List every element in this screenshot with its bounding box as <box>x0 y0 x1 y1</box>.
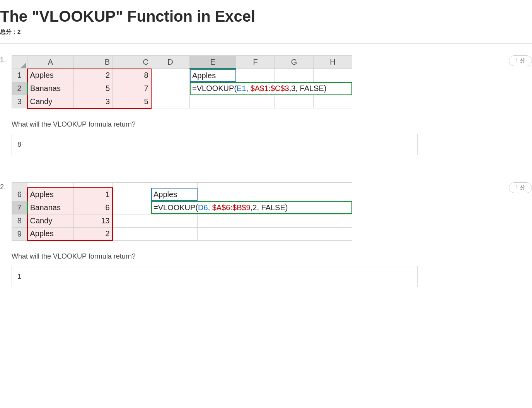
cell-B3: 3 <box>74 95 113 108</box>
cell-D3 <box>151 95 190 108</box>
cell-C3: 5 <box>113 95 151 108</box>
cell-E8 <box>198 214 352 227</box>
col-header-G: G <box>275 56 314 69</box>
cell-F1 <box>236 69 275 82</box>
cell-F3 <box>236 95 275 108</box>
page-title: The "VLOOKUP" Function in Excel <box>0 0 532 28</box>
col-header-B: B <box>74 56 113 69</box>
cell-D9 <box>151 227 198 240</box>
formula-arg3: 3 <box>291 84 295 93</box>
points-badge: 1 分 <box>509 182 532 193</box>
question-2: 2. 6 Apples 1 Apples 7 Bananas <box>0 182 532 288</box>
cell-H3 <box>314 95 352 108</box>
total-score: 总分：2 <box>0 28 532 36</box>
formula-arg2: $A$6:$B$9 <box>212 203 251 212</box>
points-badge: 1 分 <box>509 55 532 66</box>
cell-B6: 1 <box>74 188 113 201</box>
cell-stub <box>113 182 151 188</box>
formula-sep: , <box>208 203 212 212</box>
cell-B9: 2 <box>74 227 113 240</box>
cell-A7: Bananas <box>27 201 74 214</box>
question-number: 1. <box>0 55 12 64</box>
divider <box>0 43 532 44</box>
formula-arg1: E1 <box>237 84 246 93</box>
row-header-6: 6 <box>12 188 27 201</box>
col-header-E: E <box>190 56 236 69</box>
cell-C8 <box>113 214 151 227</box>
cell-E6 <box>198 188 352 201</box>
row-header-stub <box>12 182 27 188</box>
cell-D8 <box>151 214 198 227</box>
formula-arg1: D6 <box>198 203 208 212</box>
formula-text: =VLOOKUP( <box>153 203 198 212</box>
cell-C2: 7 <box>113 82 151 95</box>
cell-C7 <box>113 201 151 214</box>
cell-C9 <box>113 227 151 240</box>
cell-G3 <box>275 95 314 108</box>
formula-tail: , FALSE) <box>257 203 288 212</box>
answer-input-2[interactable] <box>12 266 418 287</box>
formula-arg3: 2 <box>252 203 257 212</box>
question-prompt: What will the VLOOKUP formula return? <box>12 120 501 129</box>
col-header-F: F <box>236 56 275 69</box>
cell-A9: Apples <box>27 227 74 240</box>
spreadsheet-1: A B C D E F G H 1 Apples 2 8 Apples <box>12 55 352 109</box>
cell-G1 <box>275 69 314 82</box>
cell-E9 <box>198 227 352 240</box>
spreadsheet-2: 6 Apples 1 Apples 7 Bananas 6 =VLOOKUP(D… <box>12 182 352 241</box>
cell-D7-formula: =VLOOKUP(D6, $A$6:$B$9,2, FALSE) <box>151 201 352 214</box>
formula-text: =VLOOKUP( <box>192 84 237 93</box>
cell-B2: 5 <box>74 82 113 95</box>
cell-stub <box>74 182 113 188</box>
cell-D1 <box>151 69 190 82</box>
cell-C1: 8 <box>113 69 151 82</box>
cell-A1: Apples <box>27 69 74 82</box>
answer-input-1[interactable] <box>12 134 418 155</box>
formula-tail: , FALSE) <box>295 84 326 93</box>
cell-D6: Apples <box>151 188 198 201</box>
col-header-D: D <box>151 56 190 69</box>
row-header-2: 2 <box>12 82 27 95</box>
cell-A8: Candy <box>27 214 74 227</box>
cell-E2-formula: =VLOOKUP(E1, $A$1:$C$3,3, FALSE) <box>190 82 352 95</box>
cell-E1: Apples <box>190 69 236 82</box>
formula-sep: , <box>246 84 251 93</box>
question-1: 1. A B C D E F G H 1 Apples 2 8 Apples <box>0 55 532 155</box>
question-prompt: What will the VLOOKUP formula return? <box>12 252 501 261</box>
cell-stub <box>198 182 352 188</box>
cell-B8: 13 <box>74 214 113 227</box>
cell-B1: 2 <box>74 69 113 82</box>
cell-stub <box>27 182 74 188</box>
cell-stub <box>151 182 198 188</box>
cell-H1 <box>314 69 352 82</box>
question-number: 2. <box>0 182 12 191</box>
cell-E3 <box>190 95 236 108</box>
cell-A2: Bananas <box>27 82 74 95</box>
formula-arg2: $A$1:$C$3 <box>251 84 289 93</box>
cell-A3: Candy <box>27 95 74 108</box>
row-header-7: 7 <box>12 201 27 214</box>
cell-B7: 6 <box>74 201 113 214</box>
row-header-9: 9 <box>12 227 27 240</box>
col-header-A: A <box>27 56 74 69</box>
row-header-1: 1 <box>12 69 27 82</box>
cell-C6 <box>113 188 151 201</box>
cell-D2 <box>151 82 190 95</box>
sheet-corner <box>12 56 27 69</box>
row-header-8: 8 <box>12 214 27 227</box>
col-header-C: C <box>113 56 151 69</box>
row-header-3: 3 <box>12 95 27 108</box>
col-header-H: H <box>314 56 352 69</box>
cell-A6: Apples <box>27 188 74 201</box>
